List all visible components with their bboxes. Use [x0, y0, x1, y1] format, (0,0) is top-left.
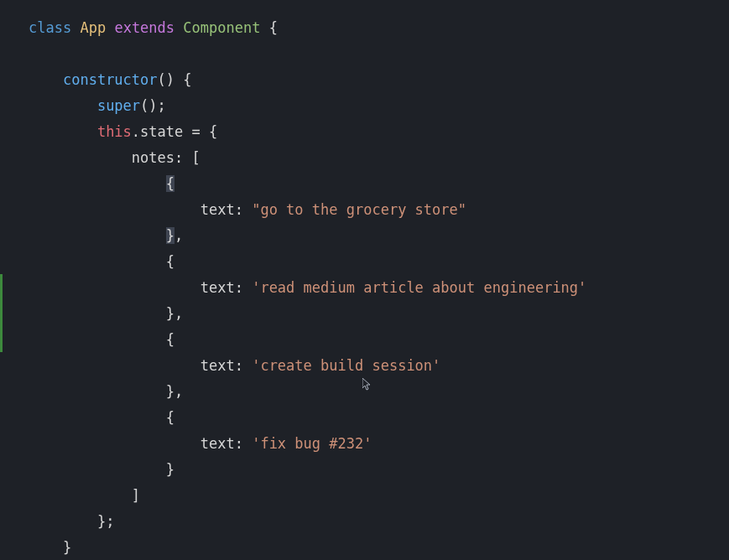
keyword-extends: extends	[114, 19, 174, 36]
code-line[interactable]: };	[0, 509, 729, 535]
code-line[interactable]: {	[0, 327, 729, 353]
semicolon: ;	[106, 513, 114, 530]
gutter-modified-marker	[0, 274, 3, 352]
code-line[interactable]: text: 'read medium article about enginee…	[0, 275, 729, 301]
colon: :	[235, 357, 243, 374]
property-key: text	[200, 201, 235, 218]
paren: (	[140, 97, 148, 114]
colon: :	[235, 201, 243, 218]
string-literal: 'read medium article about engineering'	[252, 279, 586, 296]
string-literal: 'fix bug #232'	[252, 435, 372, 452]
code-line[interactable]: },	[0, 223, 729, 249]
property-key: text	[200, 435, 235, 452]
dot: .	[132, 123, 140, 140]
brace: {	[166, 253, 174, 270]
brace: {	[209, 123, 217, 140]
string-literal: "go to the grocery store"	[252, 201, 466, 218]
brace-matched: {	[166, 175, 174, 192]
brace: }	[166, 305, 174, 322]
brace: }	[166, 461, 174, 478]
code-line[interactable]: text: 'create build session'	[0, 353, 729, 379]
brace: {	[183, 71, 191, 88]
property: state	[140, 123, 183, 140]
brace: {	[269, 19, 278, 36]
code-line[interactable]: this.state = {	[0, 119, 729, 145]
code-line[interactable]: class App extends Component {	[0, 15, 729, 41]
code-line[interactable]: {	[0, 171, 729, 197]
property-key: text	[200, 357, 235, 374]
colon: :	[235, 279, 243, 296]
comma: ,	[174, 227, 183, 244]
code-line[interactable]: constructor() {	[0, 67, 729, 93]
property-key: text	[200, 279, 235, 296]
semicolon: ;	[158, 97, 166, 114]
super-call: super	[97, 97, 140, 114]
code-line[interactable]: notes: [	[0, 145, 729, 171]
code-line[interactable]: },	[0, 301, 729, 327]
class-name: App	[80, 19, 106, 36]
component-name: Component	[183, 19, 260, 36]
code-line[interactable]: },	[0, 379, 729, 405]
keyword-class: class	[29, 19, 71, 36]
brace: }	[97, 513, 106, 530]
paren: )	[166, 71, 174, 88]
code-line[interactable]: {	[0, 249, 729, 275]
code-line[interactable]: }	[0, 457, 729, 483]
code-line[interactable]: ]	[0, 483, 729, 509]
bracket: ]	[132, 487, 140, 504]
comma: ,	[174, 383, 183, 400]
brace: }	[63, 539, 71, 556]
code-line[interactable]: }	[0, 535, 729, 560]
bracket: [	[192, 149, 200, 166]
code-line[interactable]: {	[0, 405, 729, 431]
code-line[interactable]: super();	[0, 93, 729, 119]
this-keyword: this	[97, 123, 132, 140]
brace: {	[166, 409, 174, 426]
colon: :	[235, 435, 243, 452]
code-line[interactable]: text: 'fix bug #232'	[0, 431, 729, 457]
constructor: constructor	[63, 71, 158, 88]
brace: }	[166, 383, 174, 400]
code-line[interactable]	[0, 41, 729, 67]
brace: {	[166, 331, 174, 348]
property: notes	[132, 149, 174, 166]
paren: )	[148, 97, 157, 114]
comma: ,	[174, 305, 183, 322]
paren: (	[158, 71, 166, 88]
equals: =	[192, 123, 200, 140]
brace-matched: }	[166, 227, 174, 244]
string-literal: 'create build session'	[252, 357, 440, 374]
code-editor[interactable]: class App extends Component { constructo…	[0, 0, 729, 560]
code-line[interactable]: text: "go to the grocery store"	[0, 197, 729, 223]
colon: :	[174, 149, 183, 166]
